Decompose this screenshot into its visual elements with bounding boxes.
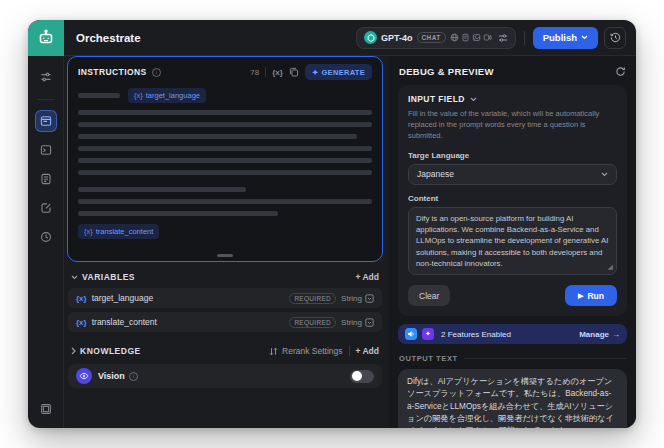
version-history-button[interactable] <box>604 27 626 49</box>
input-field-description: Fill in the value of the variable, which… <box>408 109 617 142</box>
chevron-down-icon[interactable] <box>71 275 78 280</box>
variable-chip-translate-content[interactable]: {x} translate_content <box>78 224 159 239</box>
arrow-right-icon: → <box>612 330 620 339</box>
add-knowledge-button[interactable]: +Add <box>356 346 380 356</box>
divider-line <box>464 358 626 359</box>
prompt-text-placeholder <box>78 187 246 192</box>
app-window: Orchestrate GPT-4o CHAT <box>28 20 636 428</box>
variable-name: translate_content <box>92 317 157 327</box>
rail-item-preview[interactable] <box>35 139 57 161</box>
manage-features-link[interactable]: Manage → <box>579 330 620 339</box>
refresh-icon[interactable] <box>615 66 626 77</box>
plus-icon: + <box>356 346 361 356</box>
publish-label: Publish <box>543 32 577 43</box>
rail-item-monitoring[interactable] <box>35 226 57 248</box>
prompt-text-placeholder <box>78 122 372 127</box>
collapse-panel-icon[interactable] <box>35 398 57 420</box>
required-badge: REQUIRED <box>289 317 336 328</box>
divider <box>349 346 350 356</box>
run-button[interactable]: ▶ Run <box>565 285 617 306</box>
add-variable-button[interactable]: +Add <box>356 272 380 282</box>
rail-item-annotations[interactable] <box>35 197 57 219</box>
variable-type-label: String <box>341 294 362 303</box>
content-value: Dify is an open-source platform for buil… <box>416 214 608 268</box>
variable-token: {x} <box>134 91 143 100</box>
robot-icon <box>37 29 55 47</box>
model-mode-badge: CHAT <box>417 32 446 43</box>
prompt-text-placeholder <box>78 146 372 151</box>
info-icon: i <box>152 68 161 77</box>
variable-type[interactable]: String <box>341 318 374 327</box>
variable-token: {x} <box>84 227 93 236</box>
plus-icon: + <box>356 272 361 282</box>
output-title: OUTPUT TEXT <box>399 354 458 363</box>
field-label-content: Content <box>408 194 617 203</box>
vision-toggle[interactable] <box>350 370 374 383</box>
variable-token: {x} <box>76 294 87 303</box>
eye-icon <box>76 368 92 384</box>
app-logo <box>28 20 64 56</box>
instructions-editor[interactable]: INSTRUCTIONS i 78 {x} ✦ GENERATE {x} <box>67 56 383 262</box>
insert-variable-icon[interactable]: {x} <box>272 68 283 77</box>
model-tuning-icon[interactable] <box>35 66 57 88</box>
rail-item-orchestrate[interactable] <box>35 110 57 132</box>
chevron-right-icon[interactable] <box>71 347 76 355</box>
clear-button[interactable]: Clear <box>408 285 450 306</box>
variable-chip-label: translate_content <box>96 227 154 236</box>
knowledge-title: KNOWLEDGE <box>80 346 141 356</box>
rerank-settings-button[interactable]: Rerank Settings <box>269 346 342 356</box>
variables-header: VARIABLES +Add <box>71 272 379 282</box>
left-rail <box>28 56 64 428</box>
variable-type[interactable]: String <box>341 294 374 303</box>
speech-feature-icon <box>405 328 417 340</box>
variable-row-target-language[interactable]: {x} target_language REQUIRED String <box>68 288 382 308</box>
model-selector[interactable]: GPT-4o CHAT <box>356 27 516 49</box>
features-text: 2 Features Enabled <box>441 330 511 339</box>
prompt-text-placeholder <box>78 199 372 204</box>
features-enabled-bar[interactable]: ✦ 2 Features Enabled Manage → <box>398 324 627 344</box>
video-icon <box>483 33 492 42</box>
token-count: 78 <box>250 68 259 77</box>
target-language-select[interactable]: Japanese <box>408 164 617 185</box>
page-title: Orchestrate <box>76 32 141 44</box>
model-params-icon[interactable] <box>498 33 508 43</box>
chevron-down-icon <box>581 35 588 40</box>
variable-type-label: String <box>341 318 362 327</box>
manage-label: Manage <box>579 330 609 339</box>
rail-divider <box>37 99 55 100</box>
resize-handle[interactable] <box>217 254 233 257</box>
chevron-down-icon[interactable] <box>470 97 477 102</box>
divider <box>265 67 266 77</box>
prompt-text-placeholder <box>78 93 120 98</box>
generate-button[interactable]: ✦ GENERATE <box>305 64 372 80</box>
publish-button[interactable]: Publish <box>533 27 598 49</box>
input-field-card: INPUT FIELD Fill in the value of the var… <box>398 85 627 316</box>
copy-icon[interactable] <box>289 67 299 77</box>
variable-chip-target-language[interactable]: {x} target_language <box>128 88 206 103</box>
header-divider <box>524 31 525 45</box>
variable-name: target_language <box>92 293 153 303</box>
type-dropdown-icon <box>365 318 374 327</box>
run-label: Run <box>587 291 604 301</box>
select-value: Japanese <box>417 169 454 179</box>
more-like-this-feature-icon: ✦ <box>422 328 434 340</box>
openai-icon <box>364 31 377 44</box>
globe-icon <box>450 33 459 42</box>
prompt-text-placeholder <box>78 134 357 139</box>
vision-label: Vision <box>98 371 125 381</box>
rail-item-logs[interactable] <box>35 168 57 190</box>
rerank-icon <box>269 347 278 356</box>
variable-row-translate-content[interactable]: {x} translate_content REQUIRED String <box>68 312 382 332</box>
output-text: Difyは、AIアプリケーションを構築するためのオープンソースプラットフォームで… <box>407 376 618 428</box>
sparkle-icon: ✦ <box>312 68 319 77</box>
prompt-text-placeholder <box>78 158 372 163</box>
rerank-label: Rerank Settings <box>282 346 342 356</box>
variables-title: VARIABLES <box>82 272 135 282</box>
variable-token: {x} <box>76 318 87 327</box>
model-capability-icons <box>450 33 492 42</box>
add-label: Add <box>362 272 379 282</box>
content-textarea[interactable]: Dify is an open-source platform for buil… <box>408 207 617 275</box>
image-icon <box>472 33 481 42</box>
variable-chip-label: target_language <box>146 91 200 100</box>
resize-grip-icon[interactable]: ◢ <box>608 262 613 272</box>
